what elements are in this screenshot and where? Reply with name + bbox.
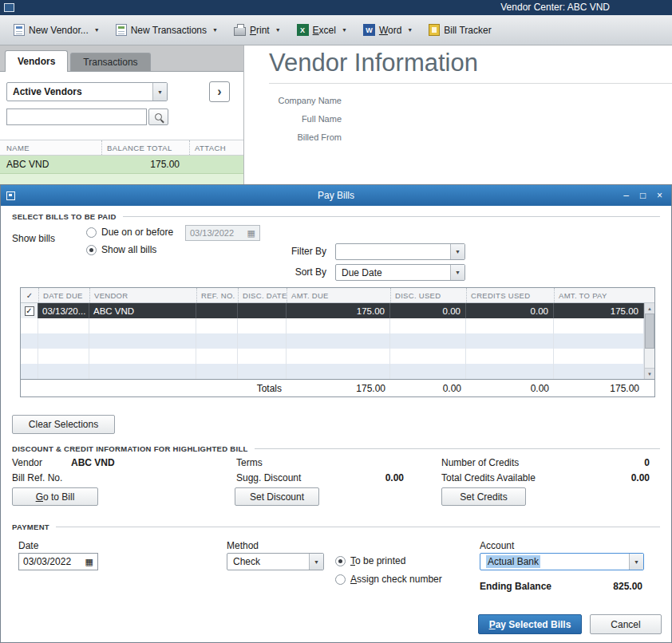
go-to-bill-button[interactable]: Go to Bill — [12, 487, 98, 506]
pay-selected-bills-button[interactable]: Pay Selected Bills — [478, 614, 582, 634]
scroll-down-icon[interactable]: ▼ — [645, 368, 654, 379]
cell-ref-no — [196, 303, 238, 318]
chevron-down-icon: ▼ — [94, 27, 100, 33]
to-be-printed-label: To be printed — [350, 555, 405, 566]
vendor-search-input[interactable] — [6, 108, 147, 125]
toolbar: New Vendor... ▼ New Transactions ▼ Print… — [0, 15, 672, 45]
total-credits-used: 0.00 — [466, 383, 554, 394]
sugg-discount-value: 0.00 — [344, 472, 404, 483]
pay-bills-dialog: Pay Bills – □ × SELECT BILLS TO BE PAID … — [0, 184, 672, 643]
to-be-printed-radio[interactable]: To be printed — [335, 555, 405, 566]
new-vendor-button[interactable]: New Vendor... ▼ — [6, 21, 107, 39]
filter-by-dropdown[interactable]: ▼ — [335, 243, 465, 260]
totals-label: Totals — [238, 383, 287, 394]
vendor-info-labels: Company Name Full Name Billed From — [245, 92, 342, 147]
table-scrollbar[interactable]: ▲ ▼ — [644, 303, 654, 379]
col-date-due: DATE DUE — [38, 288, 89, 302]
empty-row — [21, 333, 654, 349]
account-dropdown[interactable]: Actual Bank ▼ — [480, 553, 644, 570]
payment-date-label: Date — [18, 540, 38, 551]
total-credits-available-value: 0.00 — [602, 472, 650, 483]
word-icon: W — [363, 24, 375, 36]
due-date-value: 03/13/2022 — [190, 228, 234, 238]
col-ref-no: REF. NO. — [196, 288, 238, 302]
set-discount-button[interactable]: Set Discount — [235, 487, 319, 506]
ending-balance-value: 825.00 — [579, 581, 642, 592]
scrollbar-thumb[interactable] — [645, 314, 654, 349]
print-label: Print — [250, 25, 270, 36]
vendor-information-pane: Vendor Information Company Name Full Nam… — [245, 45, 672, 184]
show-all-bills-label: Show all bills — [101, 244, 156, 255]
radio-icon[interactable] — [335, 574, 346, 585]
chevron-down-icon[interactable]: ▼ — [450, 265, 464, 280]
bills-table-header: ✓ DATE DUE VENDOR REF. NO. DISC. DATE AM… — [21, 288, 654, 303]
excel-label: Excel — [313, 25, 336, 36]
maximize-icon[interactable]: □ — [636, 190, 650, 201]
chevron-down-icon[interactable]: ▼ — [152, 83, 167, 101]
new-transactions-button[interactable]: New Transactions ▼ — [109, 21, 225, 39]
radio-selected-icon[interactable] — [335, 556, 346, 566]
select-all-checkbox[interactable]: ✓ — [21, 288, 38, 302]
sort-by-dropdown[interactable]: Due Date ▼ — [335, 264, 465, 281]
dialog-titlebar: Pay Bills – □ × — [1, 185, 671, 206]
sort-by-label: Sort By — [264, 266, 326, 278]
print-button[interactable]: Print ▼ — [227, 21, 288, 39]
dialog-title: Pay Bills — [1, 190, 671, 201]
cell-credits-used: 0.00 — [466, 303, 554, 318]
excel-button[interactable]: X Excel ▼ — [290, 21, 354, 39]
calendar-icon[interactable]: ▦ — [85, 558, 93, 566]
due-on-or-before-label: Due on or before — [101, 227, 173, 238]
main-window-title: Vendor Center: ABC VND — [500, 2, 610, 13]
chevron-down-icon: ▼ — [212, 27, 218, 33]
excel-icon: X — [297, 24, 309, 36]
assign-check-number-radio[interactable]: Assign check number — [335, 574, 442, 585]
screen: Vendor Center: ABC VND New Vendor... ▼ N… — [0, 0, 672, 643]
minimize-icon[interactable]: – — [619, 190, 633, 201]
chevron-down-icon: ▼ — [407, 27, 413, 33]
check-icon: ✓ — [26, 291, 34, 300]
bills-table-rows: ✓ 03/13/20... ABC VND 175.00 0.00 0.00 1… — [21, 303, 654, 379]
radio-icon[interactable] — [86, 227, 97, 238]
bill-tracker-button[interactable]: Bill Tracker — [421, 21, 498, 39]
row-checkbox[interactable]: ✓ — [25, 306, 34, 316]
col-amt-due: AMT. DUE — [287, 288, 390, 302]
word-button[interactable]: W Word ▼ — [356, 21, 420, 39]
cancel-button[interactable]: Cancel — [590, 614, 662, 634]
due-on-or-before-radio[interactable]: Due on or before — [86, 227, 173, 238]
chevron-down-icon: ▼ — [275, 27, 281, 33]
clear-selections-button[interactable]: Clear Selections — [12, 415, 115, 434]
new-transactions-label: New Transactions — [131, 25, 207, 36]
set-credits-button[interactable]: Set Credits — [441, 487, 526, 506]
bill-row-selected[interactable]: ✓ 03/13/20... ABC VND 175.00 0.00 0.00 1… — [21, 303, 654, 318]
expand-panel-button[interactable]: › — [209, 81, 230, 102]
chevron-down-icon[interactable]: ▼ — [629, 554, 643, 570]
chevron-down-icon[interactable]: ▼ — [450, 244, 464, 259]
new-vendor-label: New Vendor... — [29, 25, 89, 36]
check-icon: ✓ — [26, 307, 32, 315]
payment-date-field[interactable]: 03/03/2022 ▦ — [18, 553, 98, 570]
new-transactions-icon — [116, 24, 127, 36]
total-disc-used: 0.00 — [390, 383, 466, 394]
scroll-up-icon[interactable]: ▲ — [645, 303, 654, 314]
col-balance-total: BALANCE TOTAL — [101, 140, 189, 155]
chevron-down-icon[interactable]: ▼ — [309, 554, 323, 570]
company-name-label: Company Name — [245, 92, 342, 110]
discount-section-heading: DISCOUNT & CREDIT INFORMATION FOR HIGHLI… — [12, 444, 660, 453]
payment-method-dropdown[interactable]: Check ▼ — [227, 553, 324, 570]
sort-by-value: Due Date — [342, 267, 382, 278]
app-icon — [4, 3, 14, 12]
vendor-list-item[interactable]: ABC VND 175.00 — [0, 156, 243, 174]
bills-table: ✓ DATE DUE VENDOR REF. NO. DISC. DATE AM… — [20, 287, 655, 397]
number-of-credits-label: Number of Credits — [441, 457, 519, 468]
payment-method-value: Check — [233, 556, 260, 567]
payment-method-label: Method — [227, 540, 259, 551]
radio-selected-icon[interactable] — [86, 245, 97, 255]
show-all-bills-radio[interactable]: Show all bills — [86, 244, 156, 255]
close-icon[interactable]: × — [653, 190, 666, 201]
totals-row: Totals 175.00 0.00 0.00 175.00 — [21, 379, 654, 397]
search-button[interactable] — [148, 108, 168, 125]
tab-vendors[interactable]: Vendors — [5, 50, 68, 72]
vendor-filter-dropdown[interactable]: Active Vendors ▼ — [6, 82, 168, 101]
chevron-right-icon: › — [217, 85, 221, 99]
tab-transactions[interactable]: Transactions — [70, 53, 150, 71]
